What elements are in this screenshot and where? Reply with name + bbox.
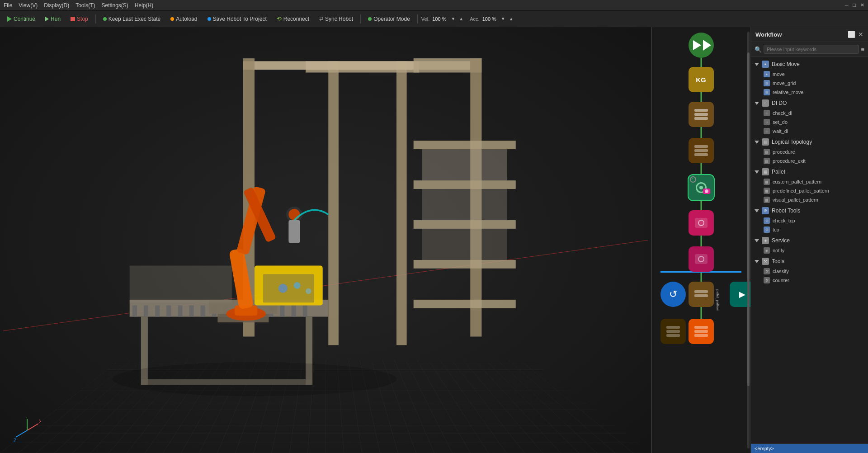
item-wait-di[interactable]: ○ wait_di (751, 127, 868, 136)
operator-mode-button[interactable]: Operator Mode (364, 14, 414, 24)
autoload-button[interactable]: Autoload (167, 14, 201, 24)
canvas-separator (651, 27, 652, 453)
keep-last-exec-button[interactable]: Keep Last Exec State (99, 14, 164, 24)
group-pallet-header[interactable]: ▦ Pallet (751, 166, 868, 177)
item-procedure-exit[interactable]: ▤ procedure_exit (751, 156, 868, 165)
vel-up-icon[interactable]: ▲ (459, 16, 463, 21)
scrollbar-thumb[interactable] (747, 52, 750, 386)
group-di-do: ○ DI DO ○ check_di ○ set_do ○ wait_di (751, 98, 868, 136)
maximize-button[interactable]: □ (853, 2, 856, 8)
item-visual-pallet[interactable]: ▦ visual_pallet_pattern (751, 195, 868, 204)
menu-file[interactable]: File (4, 2, 12, 9)
reconnect-button[interactable]: ⟲ Reconnect (273, 14, 313, 24)
tools-group-icon: ⚒ (762, 258, 769, 265)
search-bar: 🔍 ≡ (751, 42, 868, 57)
acc-value: 100 % (482, 16, 496, 22)
node-stack-1[interactable] (689, 102, 714, 127)
run-button[interactable]: Run (42, 14, 64, 24)
workflow-canvas[interactable]: KG (651, 27, 750, 453)
svg-rect-28 (303, 305, 307, 316)
node-refresh-circle[interactable]: ↺ (660, 282, 686, 307)
service-label: Service (772, 237, 790, 244)
item-classify[interactable]: ⚒ classify (751, 267, 868, 276)
save-robot-button[interactable]: Save Robot To Project (204, 14, 270, 24)
locate-icon (696, 182, 707, 193)
node-camera-pink-2[interactable] (689, 246, 714, 272)
svg-rect-49 (422, 189, 507, 220)
search-input[interactable] (764, 45, 859, 54)
robot-tools-arrow (755, 209, 759, 212)
counter-label: counter (773, 278, 789, 283)
robot-tools-icon: ⚙ (762, 207, 769, 214)
tools-arrow (755, 260, 759, 263)
item-check-tcp[interactable]: ⚙ check_tcp (751, 216, 868, 225)
3d-viewport[interactable]: X Y Z (0, 27, 651, 453)
node-camera-pink-1[interactable] (689, 210, 714, 236)
item-tcp[interactable]: ⚙ tcp (751, 225, 868, 234)
item-predefined-pallet[interactable]: ▦ predefined_pallet_pattern (751, 186, 868, 195)
close-workflow-icon[interactable]: ✕ (858, 31, 863, 38)
item-procedure[interactable]: ▤ procedure (751, 147, 868, 156)
vel-down-icon[interactable]: ▼ (451, 16, 455, 21)
node-stack-2[interactable] (689, 138, 714, 163)
continue-button[interactable]: Continue (4, 14, 39, 24)
item-counter[interactable]: ⚒ counter (751, 276, 868, 285)
counter-icon: ⚒ (764, 277, 770, 283)
node-stack-dark[interactable] (660, 319, 686, 344)
expand-icon[interactable]: ⬜ (848, 31, 855, 38)
group-logical-header[interactable]: ▤ Logical Topology (751, 137, 868, 147)
item-move[interactable]: ● move (751, 70, 868, 79)
node-camera-locate[interactable] (688, 174, 715, 201)
group-robot-tools-header[interactable]: ⚙ Robot Tools (751, 205, 868, 216)
item-move-grid[interactable]: ⊞ move_grid (751, 79, 868, 88)
item-set-do[interactable]: ○ set_do (751, 118, 868, 127)
item-custom-pallet[interactable]: ▦ custom_pallet_pattern (751, 177, 868, 186)
node-stack-center[interactable] (689, 282, 714, 307)
svg-rect-41 (288, 220, 300, 243)
item-notify[interactable]: ◈ notify (751, 246, 868, 255)
procedure-label: procedure (773, 149, 795, 155)
classify-label: classify (773, 269, 789, 274)
menu-tools[interactable]: Tools(T) (75, 2, 95, 9)
close-button[interactable]: ✕ (860, 2, 864, 8)
svg-rect-50 (422, 229, 507, 260)
item-check-di[interactable]: ○ check_di (751, 109, 868, 118)
group-robot-tools: ⚙ Robot Tools ⚙ check_tcp ⚙ tcp (751, 205, 868, 234)
minimize-button[interactable]: ─ (845, 2, 849, 8)
check-tcp-icon: ⚙ (764, 217, 770, 224)
refresh-icon: ↺ (669, 288, 677, 300)
service-icon: ◈ (762, 237, 769, 244)
svg-rect-9 (414, 220, 516, 229)
svg-point-46 (306, 288, 311, 294)
node-orange-bottom[interactable] (689, 319, 714, 344)
sync-robot-button[interactable]: ⇄ Sync Robot (316, 14, 357, 24)
filter-icon[interactable]: ≡ (861, 46, 864, 53)
item-relative-move[interactable]: ⊞ relative_move (751, 88, 868, 97)
node-kg[interactable]: KG (689, 67, 714, 92)
run-icon (45, 17, 49, 21)
acc-up-icon[interactable]: ▲ (509, 16, 514, 21)
svg-text:X: X (39, 419, 41, 424)
move-icon: ● (764, 71, 770, 77)
menu-display[interactable]: Display(D) (44, 2, 69, 9)
procedure-exit-icon: ▤ (764, 158, 770, 164)
logical-icon: ▤ (762, 138, 769, 146)
group-tools-header[interactable]: ⚒ Tools (751, 256, 868, 267)
basic-move-label: Basic Move (772, 61, 800, 67)
acc-down-icon[interactable]: ▼ (501, 16, 505, 21)
group-di-do-header[interactable]: ○ DI DO (751, 98, 868, 109)
separator-1 (95, 14, 96, 24)
title-bar: File View(V) Display(D) Tools(T) Setting… (0, 0, 868, 11)
sync-icon: ⇄ (319, 16, 323, 22)
menu-settings[interactable]: Settings(S) (102, 2, 128, 9)
di-do-label: DI DO (772, 100, 787, 106)
menu-view[interactable]: View(V) (19, 2, 38, 9)
group-basic-move-header[interactable]: ● Basic Move (751, 59, 868, 70)
empty-input-bar[interactable]: <empty> (751, 444, 868, 453)
svg-text:Y: Y (25, 417, 28, 419)
node-play[interactable] (689, 33, 714, 58)
group-service-header[interactable]: ◈ Service (751, 235, 868, 246)
menu-help[interactable]: Help(H) (135, 2, 153, 9)
stop-button[interactable]: Stop (67, 14, 92, 24)
empty-label: <empty> (755, 446, 774, 451)
